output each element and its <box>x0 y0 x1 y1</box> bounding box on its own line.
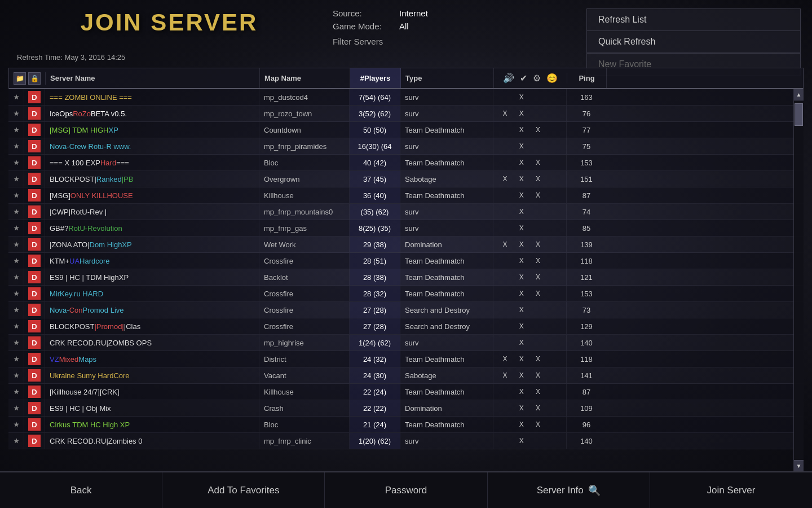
join-server-button[interactable]: Join Server <box>650 472 812 508</box>
row-server-type-icon: ★ <box>8 171 24 187</box>
row-rank-badge: D <box>24 286 45 301</box>
row-flag-3: X <box>531 421 545 428</box>
row-flags: X <box>493 318 567 334</box>
row-map-name: District <box>259 351 350 367</box>
table-row[interactable]: ★ D |ZONA ATO| Dom HighXP Wet Work 29 (3… <box>8 237 804 253</box>
filter-section: Source: Internet Game Mode: All Filter S… <box>327 6 586 46</box>
table-row[interactable]: ★ D GB#? RotU-Revolution mp_fnrp_gas 8(2… <box>8 220 804 237</box>
table-row[interactable]: ★ D BLOCKPOST|Ranked|PB Overgrown 37 (45… <box>8 171 804 187</box>
scrollbar-up-button[interactable]: ▲ <box>794 89 804 100</box>
row-server-name: [MSG] ONLY KILLHOUSE <box>45 187 259 203</box>
row-flag-2: X <box>514 191 528 199</box>
table-row[interactable]: ★ D CRK RECOD.RU|Zombies 0 mp_fnrp_clini… <box>8 433 804 449</box>
row-server-type-icon: ★ <box>8 187 24 203</box>
scrollbar[interactable]: ▲ ▼ <box>793 89 804 471</box>
table-row[interactable]: ★ D VZ Mixed Maps District 24 (32) Team … <box>8 351 804 367</box>
add-to-favorites-button[interactable]: Add To Favorites <box>162 472 325 508</box>
scrollbar-track[interactable] <box>794 100 804 460</box>
row-flag-2: X <box>514 257 528 265</box>
row-players: 40 (42) <box>350 155 400 170</box>
row-flag-2: X <box>514 371 528 379</box>
row-flag-2: X <box>514 142 528 150</box>
table-row[interactable]: ★ D BLOCKPOST |Promod| |Clas Crossfire 2… <box>8 318 804 335</box>
row-server-type-icon: ★ <box>8 417 24 432</box>
row-server-name: ES9 | HC | TDM HighXP <box>45 269 259 285</box>
row-flags: X X <box>493 384 567 400</box>
rank-d-badge: D <box>28 418 41 431</box>
server-name-text: Nova-Crew Rotu-R www. <box>50 142 131 151</box>
row-flag-3: X <box>531 371 545 379</box>
scrollbar-down-button[interactable]: ▼ <box>794 460 804 471</box>
row-players: 28 (32) <box>350 286 400 301</box>
table-row[interactable]: ★ D [MSG] ONLY KILLHOUSE Killhouse 36 (4… <box>8 187 804 204</box>
row-map-name: mp_dustcod4 <box>259 89 350 105</box>
row-rank-badge: D <box>24 171 45 187</box>
table-row[interactable]: ★ D MirKey.ru HARD Crossfire 28 (32) Tea… <box>8 286 804 302</box>
row-players: 28 (51) <box>350 253 400 269</box>
table-row[interactable]: ★ D Nova-Crew Rotu-R www. mp_fnrp_pirami… <box>8 138 804 155</box>
row-game-type: surv <box>400 106 493 121</box>
row-flags: X X X <box>493 367 567 383</box>
row-flag-2: X <box>514 224 528 232</box>
refresh-list-button[interactable]: Refresh List <box>586 8 801 30</box>
row-flags: X <box>493 220 567 236</box>
table-row[interactable]: ★ D Ukraine Sumy HardCore Vacant 24 (30)… <box>8 367 804 384</box>
row-flag-1: X <box>498 371 512 379</box>
game-mode-label: Game Mode: <box>333 21 395 31</box>
row-flags: X X X <box>493 237 567 252</box>
row-map-name: Overgrown <box>259 171 350 187</box>
table-row[interactable]: ★ D [Killhouse 24/7][CRK] Killhouse 22 (… <box>8 384 804 400</box>
password-button[interactable]: Password <box>325 472 487 508</box>
row-flag-3: X <box>531 257 545 265</box>
table-row[interactable]: ★ D |CWP|RotU-Rev | mp_fnrp_mountains0 (… <box>8 204 804 220</box>
rank-d-badge: D <box>28 320 41 332</box>
row-game-type: Sabotage <box>400 171 493 187</box>
row-players: 50 (50) <box>350 122 400 138</box>
table-row[interactable]: ★ D Nova-Con Promod Live Crossfire 27 (2… <box>8 302 804 318</box>
table-row[interactable]: ★ D IceOps RoZo BETA v0.5. mp_rozo_town … <box>8 106 804 122</box>
row-ping: 140 <box>567 335 606 351</box>
row-map-name: Backlot <box>259 269 350 285</box>
table-row[interactable]: ★ D [MSG] TDM HIGHXP Countdown 50 (50) T… <box>8 122 804 138</box>
back-button[interactable]: Back <box>0 472 162 508</box>
row-players: 7(54) (64) <box>350 89 400 105</box>
quick-refresh-button[interactable]: Quick Refresh <box>586 30 801 53</box>
row-server-type-icon: ★ <box>8 318 24 334</box>
scrollbar-thumb[interactable] <box>795 103 803 126</box>
table-row[interactable]: ★ D === ZOMBI ONLINE === mp_dustcod4 7(5… <box>8 89 804 106</box>
table-row[interactable]: ★ D Cirkus TDM HC High XP Bloc 21 (24) T… <box>8 417 804 433</box>
row-ping: 73 <box>567 302 606 318</box>
table-row[interactable]: ★ D CRK RECOD.RU|ZOMBS OPS mp_highrise 1… <box>8 335 804 351</box>
table-row[interactable]: ★ D ES9 | HC | Obj Mix Crash 22 (22) Dom… <box>8 400 804 417</box>
row-rank-badge: D <box>24 106 45 121</box>
server-name-text: Ukraine Sumy HardCore <box>50 371 130 380</box>
row-server-type-icon: ★ <box>8 220 24 236</box>
server-info-button[interactable]: Server Info 🔍 <box>488 472 650 508</box>
row-flag-2: X <box>514 208 528 216</box>
row-server-name: BLOCKPOST|Ranked|PB <box>45 171 259 187</box>
table-row[interactable]: ★ D ES9 | HC | TDM HighXP Backlot 28 (38… <box>8 269 804 286</box>
row-ping: 151 <box>567 171 606 187</box>
row-server-name: |ZONA ATO| Dom HighXP <box>45 237 259 252</box>
row-flag-1: X <box>498 110 512 117</box>
row-rank-badge: D <box>24 351 45 367</box>
refresh-time: Refresh Time: May 3, 2016 14:25 <box>17 53 327 62</box>
row-map-name: Killhouse <box>259 187 350 203</box>
row-rank-badge: D <box>24 155 45 170</box>
rank-d-badge: D <box>28 304 41 316</box>
header-icon-folder: 📁 <box>14 72 26 85</box>
filter-servers-button[interactable]: Filter Servers <box>333 37 383 46</box>
row-players: 22 (22) <box>350 400 400 416</box>
row-flag-2: X <box>514 404 528 412</box>
row-flag-3: X <box>531 240 545 248</box>
password-label: Password <box>385 485 427 496</box>
server-name-text: IceOps RoZo BETA v0.5. <box>50 110 127 118</box>
row-flag-2: X <box>514 159 528 167</box>
table-row[interactable]: ★ D KTM+ UA Hardcore Crossfire 28 (51) T… <box>8 253 804 269</box>
row-flags: X <box>493 204 567 220</box>
table-row[interactable]: ★ D === X 100 EXP Hard === Bloc 40 (42) … <box>8 155 804 171</box>
row-map-name: mp_fnrp_gas <box>259 220 350 236</box>
row-server-type-icon: ★ <box>8 351 24 367</box>
row-flag-3: X <box>531 159 545 167</box>
filter-servers-row[interactable]: Filter Servers <box>333 34 586 46</box>
